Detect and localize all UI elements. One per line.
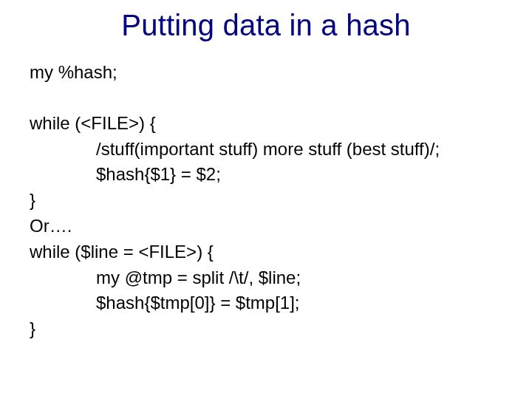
blank-line [30, 86, 502, 111]
code-line: my %hash; [30, 60, 502, 86]
slide: Putting data in a hash my %hash; while (… [0, 0, 532, 399]
code-line: /stuff(important stuff) more stuff (best… [30, 137, 502, 163]
code-line: $hash{$1} = $2; [30, 162, 502, 188]
code-line: while (<FILE>) { [30, 111, 502, 137]
code-line: $hash{$tmp[0]} = $tmp[1]; [30, 290, 502, 316]
code-line: my @tmp = split /\t/, $line; [30, 265, 502, 291]
code-block: my %hash; while (<FILE>) { /stuff(import… [30, 60, 502, 342]
code-line: Or…. [30, 214, 502, 239]
code-line: } [30, 316, 502, 342]
code-line: } [30, 188, 502, 214]
code-line: while ($line = <FILE>) { [30, 239, 502, 265]
slide-title: Putting data in a hash [30, 9, 502, 42]
